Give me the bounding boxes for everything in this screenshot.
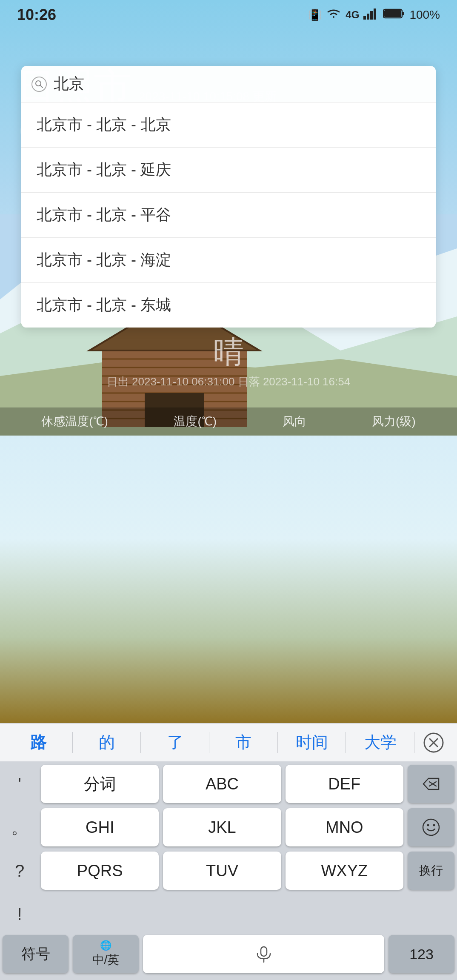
key-lang[interactable]: 🌐 中/英 <box>73 935 139 973</box>
key-pqrs[interactable]: PQRS <box>41 852 159 890</box>
search-icon <box>31 77 47 92</box>
key-fenci[interactable]: 分词 <box>41 765 159 803</box>
weather-bar-wind-dir: 风向 <box>283 413 306 430</box>
key-space[interactable] <box>143 935 384 973</box>
keyboard-bottom-row: 符号 🌐 中/英 123 <box>0 935 457 980</box>
punct-key-exclaim[interactable]: ! <box>3 895 37 933</box>
dropdown-item-4[interactable]: 北京市 - 北京 - 东城 <box>21 283 436 328</box>
key-rows: ' 分词 ABC DEF 。 GHI JKL MNO <box>0 761 457 935</box>
weather-bar-wind-level: 风力(级) <box>372 413 416 430</box>
dropdown-item-2[interactable]: 北京市 - 北京 - 平谷 <box>21 193 436 238</box>
dropdown-item-1[interactable]: 北京市 - 北京 - 延庆 <box>21 148 436 193</box>
svg-rect-5 <box>402 12 404 15</box>
suggestion-delete-button[interactable] <box>414 732 453 753</box>
key-row-2: 。 GHI JKL MNO <box>3 808 454 846</box>
punct-key-question[interactable]: ? <box>3 852 37 890</box>
lang-label: 中/英 <box>92 952 120 968</box>
key-row-3: ? PQRS TUV WXYZ 换行 <box>3 852 454 890</box>
key-numbers[interactable]: 123 <box>388 935 454 973</box>
key-return-right[interactable]: 换行 <box>408 852 454 890</box>
suggestion-word-5[interactable]: 大学 <box>346 727 414 758</box>
key-jkl[interactable]: JKL <box>163 808 281 846</box>
battery-icon <box>383 8 405 23</box>
key-mno[interactable]: MNO <box>286 808 403 846</box>
status-time: 10:26 <box>17 6 56 24</box>
status-icons: 📳 4G 100% <box>308 8 440 23</box>
keyboard-area: 路 的 了 市 时间 大学 ' 分词 ABC DEF <box>0 723 457 980</box>
suggestion-word-2[interactable]: 了 <box>141 727 209 758</box>
weather-bar-feels-like: 休感温度(℃) <box>41 413 108 430</box>
svg-point-35 <box>433 824 435 826</box>
search-input-row[interactable]: 北京 <box>21 66 436 103</box>
vibrate-icon: 📳 <box>308 9 322 22</box>
weather-condition-text: 晴 <box>0 332 457 373</box>
key-tuv[interactable]: TUV <box>163 852 281 890</box>
suggestion-word-4[interactable]: 时间 <box>278 727 346 758</box>
suggestion-word-3[interactable]: 市 <box>209 727 278 758</box>
key-row-1: ' 分词 ABC DEF <box>3 765 454 803</box>
battery-percent: 100% <box>409 8 440 22</box>
key-abc[interactable]: ABC <box>163 765 281 803</box>
svg-point-34 <box>427 824 429 826</box>
suggestion-word-1[interactable]: 的 <box>73 727 141 758</box>
svg-rect-1 <box>367 14 369 20</box>
search-input-value[interactable]: 北京 <box>54 74 426 94</box>
key-symbol[interactable]: 符号 <box>3 935 69 973</box>
dropdown-item-0[interactable]: 北京市 - 北京 - 北京 <box>21 103 436 148</box>
suggestion-bar: 路 的 了 市 时间 大学 <box>0 723 457 761</box>
key-row-4-punct: ! <box>3 895 454 933</box>
signal-4g-icon: 4G <box>346 9 359 21</box>
globe-icon: 🌐 <box>100 940 111 951</box>
svg-rect-0 <box>363 16 366 20</box>
punct-key-period[interactable]: 。 <box>3 808 37 846</box>
svg-rect-6 <box>384 10 401 17</box>
punct-key-apostrophe[interactable]: ' <box>3 765 37 803</box>
svg-rect-36 <box>261 947 267 956</box>
dropdown-item-3[interactable]: 北京市 - 北京 - 海淀 <box>21 238 436 283</box>
suggestion-word-0[interactable]: 路 <box>4 727 73 758</box>
weather-bar-temp: 温度(℃) <box>174 413 217 430</box>
signal-bars-icon <box>363 8 379 23</box>
wifi-icon <box>326 8 341 23</box>
key-backspace[interactable] <box>408 765 454 803</box>
weather-bottom-bar: 休感温度(℃) 温度(℃) 风向 风力(级) <box>0 407 457 436</box>
key-ghi[interactable]: GHI <box>41 808 159 846</box>
weather-sunrise-text: 日出 2023-11-10 06:31:00 日落 2023-11-10 16:… <box>17 374 440 389</box>
search-dropdown: 北京 北京市 - 北京 - 北京 北京市 - 北京 - 延庆 北京市 - 北京 … <box>21 66 436 328</box>
key-wxyz[interactable]: WXYZ <box>286 852 403 890</box>
svg-rect-2 <box>370 11 373 20</box>
key-emoji[interactable] <box>408 808 454 846</box>
svg-point-33 <box>423 819 439 835</box>
svg-rect-3 <box>374 9 376 20</box>
svg-line-8 <box>40 85 43 88</box>
key-def[interactable]: DEF <box>286 765 403 803</box>
status-bar: 10:26 📳 4G 100% <box>0 0 457 30</box>
